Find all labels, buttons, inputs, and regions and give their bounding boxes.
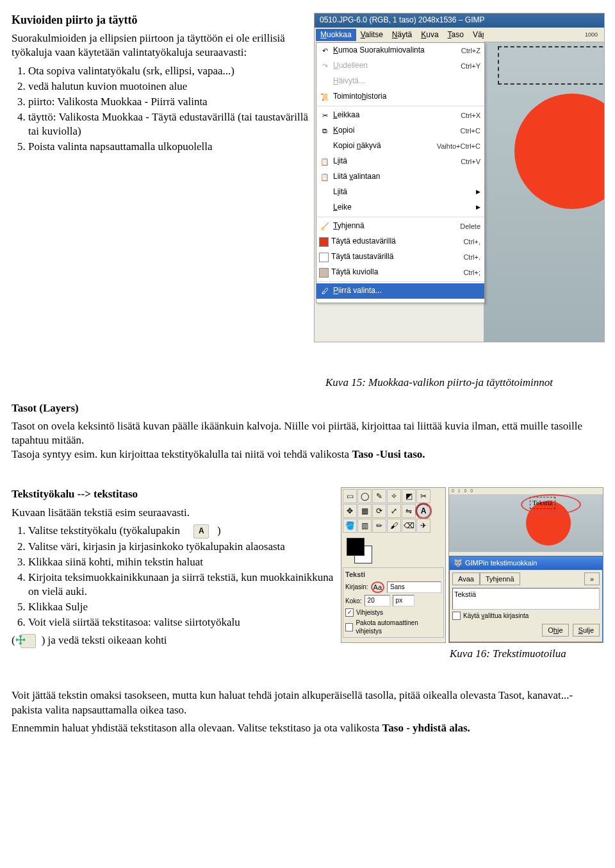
- btn-avaa[interactable]: Avaa: [452, 572, 480, 585]
- tool-free-icon[interactable]: ✎: [372, 489, 386, 503]
- step-4: täyttö: Valikosta Muokkaa - Täytä edusta…: [28, 110, 311, 138]
- tool-ellipse-icon[interactable]: ◯: [357, 489, 372, 503]
- mi-liita2[interactable]: Liitä ▶: [316, 185, 484, 200]
- tool-rotate-icon[interactable]: ⟳: [372, 504, 386, 518]
- highlight-circle: [521, 494, 581, 515]
- step-5: Poista valinta napsauttamalla ulkopuolel…: [28, 140, 311, 154]
- fill-fg-icon: [319, 237, 329, 247]
- text-editor-window[interactable]: 🐺 GIMPin tekstimuokkain Avaa Tyhjennä » …: [449, 556, 603, 642]
- para-after-a: Voit jättää tekstin omaksi tasokseen, mu…: [12, 689, 603, 717]
- fig15-caption: Kuva 15: Muokkaa-valikon piirto-ja täytt…: [325, 376, 603, 390]
- mi-kumoa[interactable]: ↶ Kumoa Suorakulmiovalinta Ctrl+Z: [316, 43, 484, 58]
- fill-bg-icon: [319, 253, 329, 262]
- intro: Suorakulmioiden ja ellipsien piirtoon ja…: [12, 31, 311, 60]
- font-name[interactable]: Sans: [387, 581, 441, 593]
- step2-1: Valitse tekstityökalu (työkalupakin A ): [28, 524, 338, 538]
- tool-eraser-icon[interactable]: ⌫: [402, 519, 416, 533]
- tool-flip-icon[interactable]: ⇋: [402, 504, 416, 518]
- steps-list-2: Valitse tekstityökalu (työkalupakin A ) …: [28, 524, 338, 630]
- tool-pencil-icon[interactable]: ✏: [372, 519, 386, 533]
- paste-icon: 📋: [319, 156, 331, 167]
- add-text-intro: Kuvaan lisätään tekstiä esim seuraavasti…: [12, 506, 338, 520]
- chevron-right-icon: ▶: [476, 204, 480, 212]
- tasot-p1: Tasot on ovela keksintö lisätä kuvan pää…: [12, 419, 603, 447]
- heading-texttool: Tekstityökalu --> tekstitaso: [12, 487, 338, 501]
- mi-leikkaa[interactable]: ✂ Leikkaa Ctrl+X: [316, 108, 484, 123]
- mi-kopioi-nakyva[interactable]: Kopioi näkyvä Vaihto+Ctrl+C: [316, 138, 484, 154]
- tool-rect-icon[interactable]: ▭: [343, 489, 357, 503]
- gimp-panels: ▭ ◯ ✎ ✧ ◩ ✂ ✥ ▦ ⟳ ⤢ ⇋ A 🪣 ▥: [341, 487, 603, 643]
- btn-sulje[interactable]: Sulje: [573, 624, 600, 637]
- font-chooser[interactable]: Aa: [371, 581, 384, 593]
- btn-tyhjenna[interactable]: Tyhjennä: [480, 572, 520, 585]
- mi-kopioi[interactable]: ⧉ Kopioi Ctrl+C: [316, 123, 484, 138]
- editor-title: GIMPin tekstimuokkain: [465, 558, 537, 567]
- tool-scale-icon[interactable]: ⤢: [387, 504, 401, 518]
- btn-more[interactable]: »: [584, 572, 600, 585]
- para-after-b: Ennemmin haluat yhdistää tekstitason all…: [12, 721, 603, 735]
- step2-6: Voit vielä siirtää tekstitasoa: valitse …: [28, 615, 338, 630]
- tool-fuzzy-icon[interactable]: ✧: [387, 489, 401, 503]
- chk-autohint[interactable]: Pakota automaattinen vihjeistys: [345, 619, 441, 635]
- red-circle: [514, 94, 604, 209]
- step2-3: Klikkaa siinä kohti, mihin tekstin halua…: [28, 555, 338, 569]
- mi-tayta-tausta[interactable]: Täytä taustavärillä Ctrl+.: [316, 249, 484, 265]
- tool-align-icon[interactable]: ▦: [357, 504, 372, 518]
- mi-tayta-edusta[interactable]: Täytä edustavärillä Ctrl+,: [316, 234, 484, 249]
- section-teksti: Teksti: [345, 570, 441, 579]
- tool-move-icon[interactable]: ✥: [343, 504, 357, 518]
- tasot-p2: Tasoja syntyy esim. kun kirjoittaa tekst…: [12, 447, 603, 462]
- toolbox[interactable]: ▭ ◯ ✎ ✧ ◩ ✂ ✥ ▦ ⟳ ⤢ ⇋ A 🪣 ▥: [341, 487, 446, 643]
- menu-nayta[interactable]: Näytä: [388, 29, 416, 42]
- tool-airbrush-icon[interactable]: ✈: [416, 519, 430, 533]
- paste-into-icon: 📋: [319, 172, 331, 182]
- ruler: 1000: [484, 31, 604, 42]
- menu-valitse[interactable]: Valitse: [356, 29, 388, 42]
- ruler-top: 0 1 0 0: [449, 488, 603, 494]
- fg-swatch[interactable]: [347, 538, 365, 556]
- mi-liita-valintaan[interactable]: 📋 Liitä valintaan: [316, 169, 484, 185]
- clear-icon: 🧹: [319, 221, 331, 231]
- step2-4: Kirjoita teksimuokkainikkunaan ja siirrä…: [28, 571, 338, 599]
- tool-blend-icon[interactable]: ▥: [357, 519, 372, 533]
- mi-historia[interactable]: 📜 Toimintohistoria: [316, 89, 484, 104]
- step2-7: ( ) ja vedä teksti oikeaan kohti: [12, 633, 338, 648]
- chk-use-font[interactable]: Käytä valittua kirjasinta: [452, 612, 600, 620]
- muokkaa-menu[interactable]: ↶ Kumoa Suorakulmiovalinta Ctrl+Z ↷ Uude…: [316, 42, 485, 303]
- label-kirjasin: Kirjasin:: [345, 583, 368, 591]
- history-icon: 📜: [319, 92, 331, 102]
- mi-uudelleen: ↷ Uudelleen Ctrl+Y: [316, 58, 484, 74]
- tool-crop-icon[interactable]: ✂: [416, 489, 430, 503]
- btn-ohje[interactable]: Ohje: [542, 624, 568, 637]
- menu-kuva[interactable]: Kuva: [416, 29, 443, 42]
- tool-text-icon[interactable]: A: [416, 504, 430, 518]
- tool-brush-icon[interactable]: 🖌: [387, 519, 401, 533]
- step2-2: Valitse väri, kirjasin ja kirjasinkoko t…: [28, 540, 338, 554]
- gimp-window: 0510.JPG-6.0 (RGB, 1 taso) 2048x1536 – G…: [314, 13, 605, 342]
- menu-taso[interactable]: Taso: [443, 29, 468, 42]
- mi-tayta-kuvio[interactable]: Täytä kuviolla Ctrl+;: [316, 265, 484, 280]
- tool-color-icon[interactable]: ◩: [402, 489, 416, 503]
- fg-bg-swatch[interactable]: [343, 537, 444, 565]
- tool-bucket-icon[interactable]: 🪣: [343, 519, 357, 533]
- menu-muokkaa[interactable]: MMuokkaauokkaa: [316, 29, 356, 42]
- mi-leike[interactable]: Leike ▶: [316, 200, 484, 215]
- mi-tyhjenna[interactable]: 🧹 Tyhjennä Delete: [316, 219, 484, 234]
- font-size[interactable]: 20: [365, 595, 390, 606]
- editor-textarea[interactable]: Tekstiä: [452, 588, 600, 610]
- label-koko: Koko:: [345, 597, 362, 605]
- chk-hinting[interactable]: ✓Vihjeistys: [345, 608, 441, 617]
- undo-icon: ↶: [319, 46, 331, 56]
- canvas[interactable]: [484, 42, 604, 342]
- fill-pattern-icon: [319, 268, 329, 278]
- font-unit[interactable]: px: [393, 595, 414, 606]
- mi-liita[interactable]: 📋 Liitä Ctrl+V: [316, 154, 484, 169]
- mi-piirra[interactable]: 🖊 Piirrä valinta...: [316, 283, 484, 299]
- heading-main: Kuvioiden piirto ja täyttö: [12, 13, 311, 28]
- step2-5: Klikkaa Sulje: [28, 600, 338, 614]
- selection-rect: [498, 46, 604, 85]
- fig16-caption: Kuva 16: Trekstimuotoilua: [450, 647, 603, 661]
- text-tool-icon: A: [193, 524, 209, 538]
- step-3: piirto: Valikosta Muokkaa - Piirrä valin…: [28, 95, 311, 109]
- steps-list-1: Ota sopiva valintatyökalu (srk, ellipsi,…: [28, 64, 311, 154]
